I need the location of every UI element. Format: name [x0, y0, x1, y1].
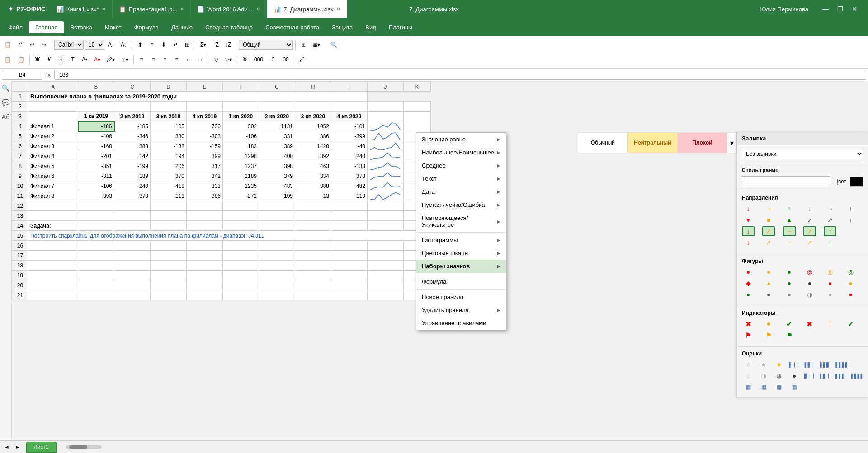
menu-item-------[interactable]: Данные — [165, 21, 199, 33]
shape-circle-g2[interactable]: ● — [783, 290, 796, 299]
cell-g7[interactable]: 400 — [259, 151, 295, 161]
cell-k2[interactable] — [404, 102, 431, 112]
ind-x-red[interactable]: ✖ — [742, 319, 755, 329]
rating-star-empty[interactable]: ☆ — [742, 360, 755, 369]
cell-a8[interactable]: Филиал 5 — [28, 161, 78, 171]
cell-d16[interactable] — [151, 241, 187, 251]
cell-a11[interactable]: Филиал 8 — [28, 191, 78, 201]
cell-j4[interactable] — [368, 121, 404, 131]
cell-j14[interactable] — [368, 221, 404, 231]
cell-e8[interactable]: 317 — [187, 161, 223, 171]
row-header-15[interactable]: 15 — [12, 231, 28, 241]
dir-right-orange[interactable]: → — [762, 204, 775, 214]
wrap-text-button[interactable]: ↵ — [170, 40, 181, 50]
cell-g19[interactable] — [259, 271, 295, 280]
dec-decimal-button[interactable]: .0 — [267, 55, 278, 65]
cell-a15[interactable]: Построить спарклайны для отображения вып… — [28, 231, 431, 241]
cell-a20[interactable] — [28, 280, 78, 290]
cell-i2[interactable] — [331, 102, 368, 112]
tab-word-2016-adv----[interactable]: 📄Word 2016 Adv ...✕ — [191, 0, 267, 18]
col-h-header[interactable]: H — [295, 82, 331, 92]
cell-b11[interactable]: -393 — [78, 191, 114, 201]
cell-g16[interactable] — [259, 241, 295, 251]
cell-d2[interactable] — [151, 102, 187, 112]
cell-d7[interactable]: 194 — [151, 151, 187, 161]
cell-d14[interactable] — [151, 221, 187, 231]
cell-i5[interactable]: -399 — [331, 131, 368, 141]
percent-button[interactable]: % — [240, 55, 250, 65]
rating-sq3[interactable]: ▦ — [773, 382, 785, 392]
dropdown-item---------------[interactable]: Наборы значков▶ — [416, 260, 506, 273]
style-bad[interactable]: Плохой — [678, 133, 727, 153]
sort-desc-button[interactable]: ↓Z — [222, 40, 234, 50]
h-scroll-thumb[interactable] — [69, 445, 87, 449]
cell-c5[interactable]: -346 — [114, 131, 151, 141]
clear-format-button[interactable]: 🖊 — [297, 55, 307, 65]
cell-a12[interactable] — [28, 201, 78, 211]
cell-e18[interactable] — [187, 261, 223, 271]
dir-ne-yellow2[interactable]: ↗ — [803, 238, 816, 248]
cell-f9[interactable]: 1189 — [223, 171, 259, 181]
dir-tri-down-red[interactable]: ▼ — [742, 215, 755, 225]
rating-bar7[interactable]: ▐▐▐▏ — [834, 371, 847, 381]
dir-sw-dark[interactable]: ↙ — [803, 215, 816, 225]
align-center-button[interactable]: ≡ — [148, 55, 159, 65]
rating-bar4[interactable]: ▐▐▐▐ — [834, 360, 847, 369]
maximize-button[interactable]: ❐ — [834, 3, 846, 15]
dropdown-item----------------[interactable]: Удалить правила▶ — [416, 304, 506, 317]
cell-j11[interactable] — [368, 191, 404, 201]
sum-button[interactable]: Σ▾ — [198, 40, 209, 50]
cell-d21[interactable] — [151, 290, 187, 300]
tab------------1-----[interactable]: 📋Презентация1.р...✕ — [113, 0, 191, 18]
cell-d18[interactable] — [151, 261, 187, 271]
dir-right-orange2[interactable]: → — [783, 238, 796, 248]
dropdown-item---------------------[interactable]: Управление правилами — [416, 317, 506, 330]
tab-close-icon[interactable]: ✕ — [256, 6, 260, 12]
cell-j8[interactable] — [368, 161, 404, 171]
cell-a17[interactable] — [28, 251, 78, 261]
cell-a5[interactable]: Филиал 2 — [28, 131, 78, 141]
cell-c11[interactable]: -370 — [114, 191, 151, 201]
dropdown-item------[interactable]: Текст▶ — [416, 172, 506, 185]
row-header-11[interactable]: 11 — [12, 191, 28, 201]
cell-e16[interactable] — [187, 241, 223, 251]
cell-f21[interactable] — [223, 290, 259, 300]
cell-e2[interactable] — [187, 102, 223, 112]
ind-excl-orange[interactable]: ! — [824, 319, 836, 329]
dropdown-item--------------[interactable]: Новое правило — [416, 290, 506, 304]
cell-f7[interactable]: 1298 — [223, 151, 259, 161]
highlight-button[interactable]: 🖊▾ — [104, 55, 118, 65]
col-e-header[interactable]: E — [187, 82, 223, 92]
close-button[interactable]: ✕ — [848, 3, 861, 15]
menu-item--------[interactable]: Вставка — [64, 21, 98, 33]
cell-h18[interactable] — [295, 261, 331, 271]
rating-bar3[interactable]: ▐▐▐▏ — [819, 360, 831, 369]
dir-sel-ne2[interactable]: ↗ — [803, 226, 816, 236]
cell-c8[interactable]: -199 — [114, 161, 151, 171]
cell-i10[interactable]: 482 — [331, 181, 368, 191]
cell-i13[interactable] — [331, 211, 368, 221]
cell-j19[interactable] — [368, 271, 404, 280]
cell-b13[interactable] — [78, 211, 114, 221]
dropdown-item---------------[interactable]: Цветовые шкалы▶ — [416, 247, 506, 260]
rating-bar6[interactable]: ▐▐▏▏ — [819, 371, 831, 381]
rating-sq4[interactable]: ▦ — [788, 382, 801, 392]
dropdown-item--------[interactable]: Формула — [416, 275, 506, 288]
justify-button[interactable]: ≡ — [171, 55, 182, 65]
border-style-select[interactable] — [742, 176, 830, 187]
cell-g9[interactable]: 379 — [259, 171, 295, 181]
col-f-header[interactable]: F — [223, 82, 259, 92]
cell-b14[interactable] — [78, 221, 114, 231]
row-header-8[interactable]: 8 — [12, 161, 28, 171]
cell-g17[interactable] — [259, 251, 295, 261]
shape-circle-red3[interactable]: ● — [844, 290, 857, 299]
tab-7------------xlsx[interactable]: 📊7. Диаграммы.xlsx✕ — [267, 0, 347, 18]
row-header-6[interactable]: 6 — [12, 141, 28, 151]
formula-input[interactable] — [54, 70, 866, 80]
cell-c13[interactable] — [114, 211, 151, 221]
cell-d5[interactable]: 330 — [151, 131, 187, 141]
rating-sq2[interactable]: ▦ — [757, 382, 770, 392]
cell-j16[interactable] — [368, 241, 404, 251]
cell-f5[interactable]: -106 — [223, 131, 259, 141]
cell-g5[interactable]: 331 — [259, 131, 295, 141]
